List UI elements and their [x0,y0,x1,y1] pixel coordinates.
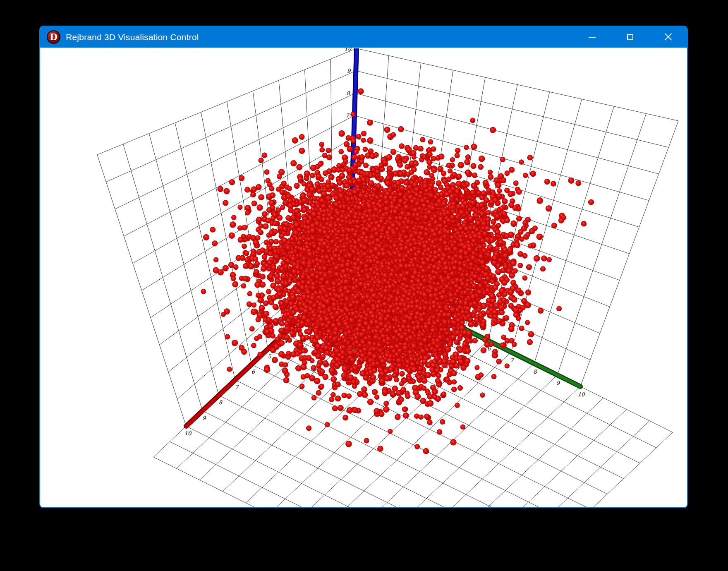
titlebar[interactable]: D Rejbrand 3D Visualisation Control [40,26,687,48]
maximize-icon [627,34,633,40]
window-title: Rejbrand 3D Visualisation Control [66,32,199,42]
close-icon [664,33,672,41]
desktop: { "window": { "title": "Rejbrand 3D Visu… [0,0,728,571]
maximize-button[interactable] [611,26,649,48]
scatter-points-layer[interactable] [40,48,687,507]
viewport-3d[interactable]: 123456789101234567891012345678910 [40,48,687,507]
window-controls [573,26,687,48]
minimize-button[interactable] [573,26,611,48]
app-icon-letter: D [50,32,57,41]
app-window: D Rejbrand 3D Visualisation Control 1234… [39,26,688,508]
app-icon: D [47,30,60,44]
minimize-icon [589,37,596,38]
close-button[interactable] [649,26,687,48]
